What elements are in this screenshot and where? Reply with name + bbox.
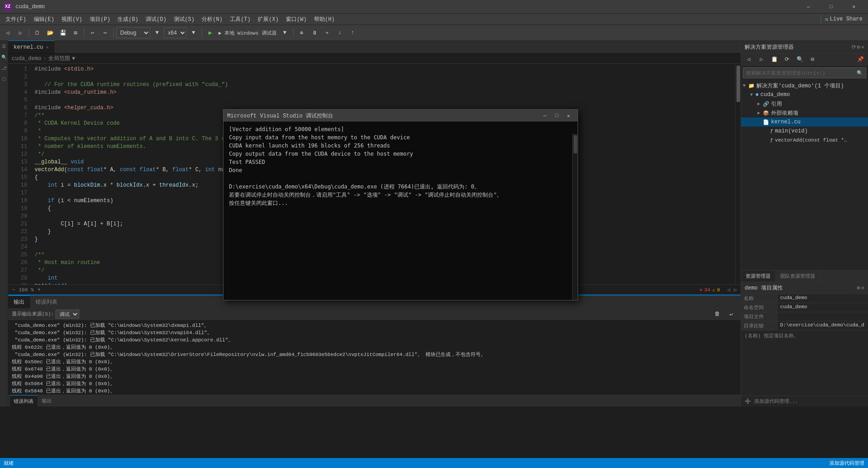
menu-file[interactable]: 文件(F) [2,14,30,25]
run-button[interactable]: ▶ [204,27,216,39]
status-add-source[interactable]: 添加源代码管理 [829,460,864,467]
menu-window[interactable]: 窗口(W) [282,14,310,25]
explorer-icon[interactable]: ☰ [0,43,8,50]
build-config-dropdown[interactable]: Debug Release [116,27,150,38]
save-button[interactable]: 💾 [57,27,69,39]
se-search-box[interactable]: 搜索解决方案资源管理器(Ctrl+;) 🔍 [743,67,866,78]
se-properties-button[interactable]: 📋 [768,54,780,66]
menu-test[interactable]: 测试(S) [170,14,198,25]
output-word-wrap[interactable]: ↵ [725,308,737,320]
forward-button[interactable]: ▷ [15,27,26,39]
tree-project[interactable]: ▼ ■ cuda_demo [741,90,868,99]
tree-solution[interactable]: ▼ 📁 解决方案'cuda_demo'(1 个项目) [741,81,868,90]
menu-analyze[interactable]: 分析(N) [198,14,226,25]
menu-debug[interactable]: 调试(D) [142,14,170,25]
debug-icon[interactable]: ⬡ [0,76,8,83]
menu-edit[interactable]: 编辑(E) [30,14,58,25]
tree-kernel-label: kernel.cu [771,119,801,125]
config-arrow[interactable]: ▼ [151,27,163,39]
nav-next[interactable]: ▷ [734,287,737,293]
menu-build[interactable]: 生成(B) [114,14,142,25]
tab-error-list-bottom[interactable]: 错误列表 [10,395,37,407]
save-all-button[interactable]: ⊞ [70,27,81,39]
editor-path-bar: cuda_demo › 全局范围 ▼ [8,54,741,64]
se-collapse-button[interactable]: ⊟ [807,54,818,66]
se-refresh-button[interactable]: ⟳ [781,54,793,66]
platform-arrow[interactable]: ▼ [188,27,199,39]
menu-extensions[interactable]: 扩展(X) [254,14,282,25]
toolbar-sep3 [113,28,114,37]
tab-close-icon[interactable]: ✕ [46,45,49,50]
prop-row-dir: 目录比较 D:\exercise\cuda_demo\cuda_d [741,321,868,331]
dc-titlebar: Microsoft Visual Studio 调试控制台 — □ ✕ [223,110,578,122]
tree-vectoradd[interactable]: ƒ vectorAdd(const float * A, const float… [741,136,868,145]
step-over[interactable]: ↷ [321,27,333,39]
run-label[interactable]: ▶ 本地 Windows 调试器 [217,27,278,39]
step-into[interactable]: ↓ [334,27,346,39]
path-dropdown-arrow[interactable]: ▼ [72,56,75,62]
tab-output-bottom[interactable]: 输出 [38,395,56,407]
undo-button[interactable]: ↩ [86,27,98,39]
tree-main-void[interactable]: ƒ main(void) [741,127,868,136]
platform-dropdown[interactable]: x64 x86 [164,27,187,38]
tab-error-list[interactable]: 错误列表 [30,295,63,308]
se-tree: ▼ 📁 解决方案'cuda_demo'(1 个项目) ▼ ■ cuda_demo… [741,80,868,270]
dc-scrollbar[interactable] [572,133,578,300]
tab-kernel-cu[interactable]: kernel.cu ✕ [8,41,55,53]
prop-row-file: 项目文件 [741,312,868,321]
zoom-in-button[interactable]: + [37,287,41,293]
se-prop-title: demo 项目属性 [745,284,783,292]
menu-view[interactable]: 视图(V) [58,14,86,25]
step-out[interactable]: ↑ [347,27,359,39]
liveshare-button[interactable]: ⇉ Live Share [821,15,866,24]
redo-button[interactable]: ↪ [99,27,111,39]
git-icon[interactable]: ⎇ [0,65,8,72]
se-settings-icon[interactable]: ⚙ [857,44,860,51]
path-dropdown[interactable]: 全局范围 [48,55,70,62]
prop-key-dir: 目录比较 [741,321,777,330]
tab-output[interactable]: 输出 [8,295,30,308]
open-button[interactable]: 📂 [44,27,56,39]
zoom-out-button[interactable]: − [12,287,15,293]
tree-main-label: main(void) [775,128,808,134]
maximize-button[interactable]: □ [821,0,842,14]
se-forward-button[interactable]: ▷ [756,54,767,66]
se-back-button[interactable]: ◁ [743,54,755,66]
attach-button[interactable]: ⊕ [296,27,308,39]
se-tab-team[interactable]: 团队资源管理器 [776,270,820,282]
se-tab-resource[interactable]: 资源管理器 [741,270,776,282]
status-ready: 就绪 [4,460,14,467]
search-icon[interactable]: 🔍 [0,54,8,61]
back-button[interactable]: ◁ [2,27,14,39]
output-source-select[interactable]: 调试 生成 [56,310,79,319]
menu-project[interactable]: 项目(P) [86,14,114,25]
se-search-icon: 🔍 [857,70,863,76]
code-scrollbar[interactable] [735,64,741,285]
minimize-button[interactable]: — [798,0,819,14]
se-prop-close[interactable]: ✕ [861,285,864,291]
error-indicator[interactable]: ✕ 34 ⚠ 0 [700,287,720,293]
new-file-button[interactable]: 🗋 [31,27,43,39]
prop-val-file [777,312,868,321]
dc-maximize-button[interactable]: □ [551,111,562,120]
tree-kernel-cu[interactable]: 📄 kernel.cu [741,117,868,127]
se-sync-icon[interactable]: ⟳ [852,44,856,51]
se-filter-button[interactable]: 🔍 [794,54,806,66]
output-clear[interactable]: 🗑 [711,308,723,320]
menu-tools[interactable]: 工具(T) [226,14,254,25]
dc-titlebar-btns: — □ ✕ [539,111,574,120]
menu-help[interactable]: 帮助(H) [310,14,339,25]
tree-refs[interactable]: ▶ 🔗 引用 [741,99,868,108]
dc-close-button[interactable]: ✕ [563,111,574,120]
run-arrow[interactable]: ▼ [279,27,291,39]
add-source-label: 添加源代码管理... [754,399,798,404]
close-button[interactable]: ✕ [843,0,864,14]
dc-minimize-button[interactable]: — [539,111,550,120]
nav-prev[interactable]: ◁ [727,287,731,293]
se-close-icon[interactable]: ✕ [861,44,864,51]
add-source-control[interactable]: ➕ 添加源代码管理... [741,396,868,407]
se-pin-button[interactable]: 📌 [854,54,866,66]
tree-external-deps[interactable]: ▶ 📦 外部依赖项 [741,108,868,117]
pause-button[interactable]: ⏸ [309,27,320,39]
se-prop-settings[interactable]: ⚙ [857,285,860,291]
